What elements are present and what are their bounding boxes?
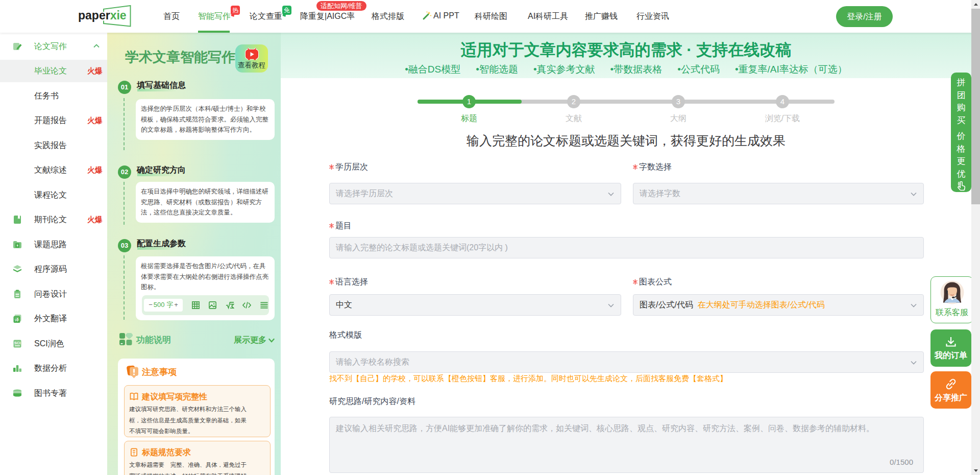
svg-text:译: 译 [15,317,19,322]
svg-text:SCI: SCI [14,341,21,345]
